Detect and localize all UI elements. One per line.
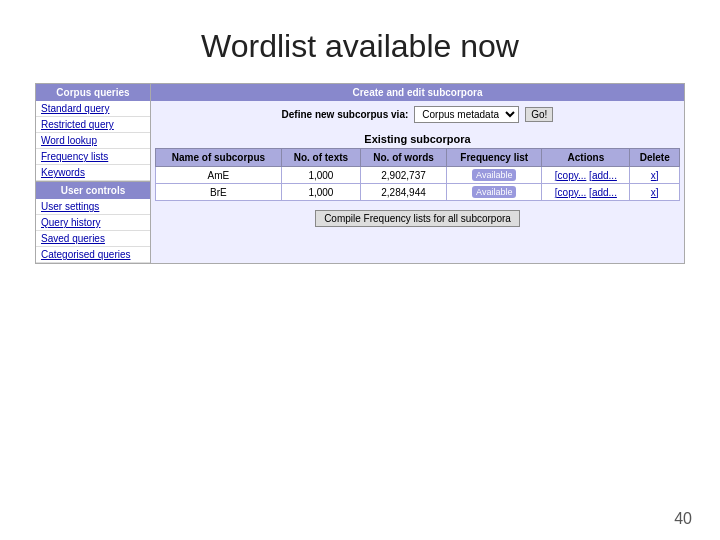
ui-container: Corpus queries Standard query Restricted… <box>35 83 685 264</box>
row1-copy-link[interactable]: [copy... <box>555 170 587 181</box>
col-words: No. of words <box>360 149 446 167</box>
col-delete: Delete <box>630 149 680 167</box>
col-name: Name of subcorpus <box>156 149 282 167</box>
sidebar-item-query-history[interactable]: Query history <box>36 215 150 231</box>
subcorp-table: Name of subcorpus No. of texts No. of wo… <box>155 148 680 201</box>
row2-texts: 1,000 <box>281 184 360 201</box>
create-header: Create and edit subcorpora <box>151 84 684 101</box>
col-freq: Frequency list <box>447 149 542 167</box>
slide-content: Corpus queries Standard query Restricted… <box>0 83 720 264</box>
row1-freq-badge[interactable]: Available <box>472 169 516 181</box>
define-select[interactable]: Corpus metadata <box>414 106 519 123</box>
row2-copy-link[interactable]: [copy... <box>555 187 587 198</box>
row1-name: AmE <box>156 167 282 184</box>
col-texts: No. of texts <box>281 149 360 167</box>
sidebar-item-keywords[interactable]: Keywords <box>36 165 150 181</box>
define-label: Define new subcorpus via: <box>282 109 409 120</box>
row1-delete-link[interactable]: x] <box>651 170 659 181</box>
row2-delete-link[interactable]: x] <box>651 187 659 198</box>
sidebar: Corpus queries Standard query Restricted… <box>36 84 151 263</box>
existing-header: Existing subcorpora <box>151 128 684 148</box>
row1-words: 2,902,737 <box>360 167 446 184</box>
slide-number: 40 <box>674 510 692 528</box>
table-wrapper: Name of subcorpus No. of texts No. of wo… <box>151 148 684 205</box>
sidebar-item-restricted-query[interactable]: Restricted query <box>36 117 150 133</box>
table-row: AmE 1,000 2,902,737 Available [copy... [… <box>156 167 680 184</box>
go-button[interactable]: Go! <box>525 107 553 122</box>
sidebar-item-frequency-lists[interactable]: Frequency lists <box>36 149 150 165</box>
sidebar-item-standard-query[interactable]: Standard query <box>36 101 150 117</box>
row2-words: 2,284,944 <box>360 184 446 201</box>
row2-name: BrE <box>156 184 282 201</box>
row2-freq: Available <box>447 184 542 201</box>
sidebar-header: Corpus queries <box>36 84 150 101</box>
row2-actions[interactable]: [copy... [add... <box>542 184 630 201</box>
sidebar-item-word-lookup[interactable]: Word lookup <box>36 133 150 149</box>
row2-add-link[interactable]: [add... <box>589 187 617 198</box>
col-actions: Actions <box>542 149 630 167</box>
compute-row: Compile Frequency lists for all subcorpo… <box>151 205 684 233</box>
sidebar-user-controls-header: User controls <box>36 181 150 199</box>
row2-freq-badge[interactable]: Available <box>472 186 516 198</box>
main-content: Create and edit subcorpora Define new su… <box>151 84 684 263</box>
sidebar-item-saved-queries[interactable]: Saved queries <box>36 231 150 247</box>
row1-actions[interactable]: [copy... [add... <box>542 167 630 184</box>
row1-delete[interactable]: x] <box>630 167 680 184</box>
row2-delete[interactable]: x] <box>630 184 680 201</box>
sidebar-item-categorised-queries[interactable]: Categorised queries <box>36 247 150 263</box>
row1-add-link[interactable]: [add... <box>589 170 617 181</box>
sidebar-item-user-settings[interactable]: User settings <box>36 199 150 215</box>
compute-button[interactable]: Compile Frequency lists for all subcorpo… <box>315 210 520 227</box>
row1-texts: 1,000 <box>281 167 360 184</box>
define-row: Define new subcorpus via: Corpus metadat… <box>151 101 684 128</box>
slide-title: Wordlist available now <box>0 0 720 83</box>
row1-freq: Available <box>447 167 542 184</box>
table-row: BrE 1,000 2,284,944 Available [copy... [… <box>156 184 680 201</box>
